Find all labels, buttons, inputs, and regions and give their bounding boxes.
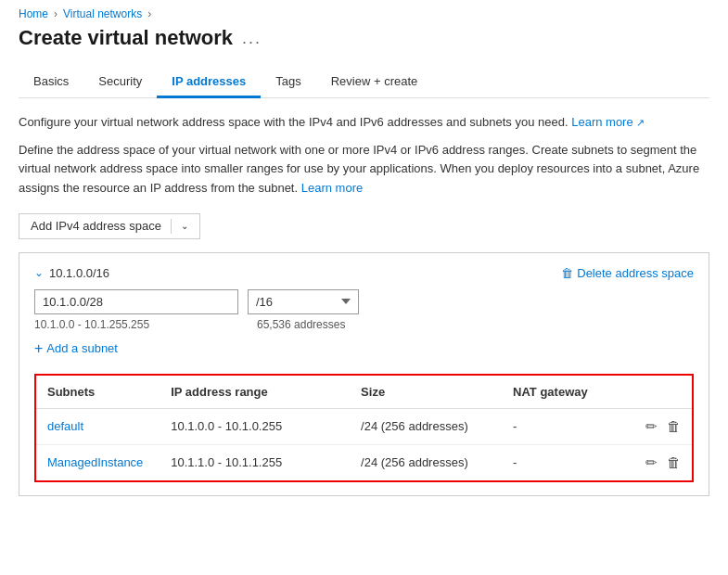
address-space-title: ⌄ 10.1.0.0/16: [34, 266, 109, 280]
address-space-cidr: 10.1.0.0/16: [49, 266, 109, 280]
address-count-text: 65,536 addresses: [257, 318, 345, 331]
table-row: ManagedInstance 10.1.1.0 - 10.1.1.255 /2…: [36, 444, 692, 480]
breadcrumb-sep2: ›: [147, 7, 151, 20]
tab-security[interactable]: Security: [83, 67, 157, 98]
breadcrumb-sep1: ›: [54, 7, 57, 20]
col-header-actions: [616, 376, 692, 409]
learn-more-link-1[interactable]: Learn more: [571, 115, 645, 129]
address-range-text: 10.1.0.0 - 10.1.255.255: [34, 318, 248, 331]
breadcrumb-virtual-networks[interactable]: Virtual networks: [63, 7, 142, 20]
collapse-icon[interactable]: ⌄: [34, 266, 44, 279]
page-title-container: Create virtual network ...: [19, 26, 709, 50]
chevron-down-icon: ⌄: [181, 221, 188, 231]
address-input-row: /16: [34, 289, 694, 314]
delete-icon-1[interactable]: 🗑: [667, 454, 681, 470]
action-icons-1: ✏ 🗑: [627, 454, 681, 471]
subnet-name-cell-0: default: [36, 408, 160, 444]
subnet-size-cell-0: /24 (256 addresses): [350, 408, 502, 444]
description-block: Define the address space of your virtual…: [19, 141, 709, 198]
add-ipv4-label: Add IPv4 address space: [31, 219, 161, 233]
subnet-size-cell-1: /24 (256 addresses): [350, 444, 502, 480]
col-header-nat: NAT gateway: [502, 376, 616, 409]
table-row: default 10.1.0.0 - 10.1.0.255 /24 (256 a…: [36, 408, 692, 444]
subnet-nat-cell-1: -: [502, 444, 616, 480]
tab-review-create[interactable]: Review + create: [316, 67, 433, 98]
col-header-size: Size: [350, 376, 502, 409]
tabs-container: Basics Security IP addresses Tags Review…: [19, 67, 709, 98]
address-space-container: ⌄ 10.1.0.0/16 🗑 Delete address space /16…: [19, 252, 709, 496]
tab-basics[interactable]: Basics: [19, 67, 83, 98]
delete-icon-0[interactable]: 🗑: [667, 418, 681, 434]
page-title-menu[interactable]: ...: [242, 29, 262, 48]
subnet-nat-cell-0: -: [502, 408, 616, 444]
breadcrumb: Home › Virtual networks ›: [19, 7, 709, 20]
subnet-actions-cell-0: ✏ 🗑: [616, 408, 692, 444]
tab-ip-addresses[interactable]: IP addresses: [157, 67, 261, 98]
breadcrumb-home[interactable]: Home: [19, 7, 48, 20]
subnet-name-cell-1: ManagedInstance: [36, 444, 160, 480]
subnet-actions-cell-1: ✏ 🗑: [616, 444, 692, 480]
button-divider: [171, 219, 172, 234]
subnets-table: Subnets IP address range Size NAT gatewa…: [36, 376, 692, 480]
address-space-header: ⌄ 10.1.0.0/16 🗑 Delete address space: [34, 266, 694, 280]
page-title: Create virtual network: [19, 26, 233, 50]
plus-icon: +: [34, 340, 43, 357]
tab-tags[interactable]: Tags: [261, 67, 315, 98]
subnet-ip-range-cell-0: 10.1.0.0 - 10.1.0.255: [160, 408, 350, 444]
table-header-row: Subnets IP address range Size NAT gatewa…: [36, 376, 692, 409]
subnet-link-1[interactable]: ManagedInstance: [47, 455, 143, 469]
edit-icon-1[interactable]: ✏: [645, 454, 658, 471]
add-subnet-link[interactable]: + Add a subnet: [34, 340, 118, 357]
delete-address-space-link[interactable]: 🗑 Delete address space: [561, 266, 694, 280]
action-icons-0: ✏ 🗑: [627, 418, 681, 435]
trash-icon: 🗑: [561, 266, 573, 280]
address-input[interactable]: [34, 289, 238, 314]
col-header-ip-range: IP address range: [160, 376, 350, 409]
description-line1: Configure your virtual network address s…: [19, 113, 709, 132]
learn-more-link-2[interactable]: Learn more: [301, 181, 363, 195]
col-header-subnets: Subnets: [36, 376, 160, 409]
cidr-select[interactable]: /16: [248, 289, 359, 314]
add-ipv4-button[interactable]: Add IPv4 address space ⌄: [19, 213, 200, 239]
subnet-link-0[interactable]: default: [47, 419, 83, 433]
edit-icon-0[interactable]: ✏: [645, 418, 658, 435]
subnet-ip-range-cell-1: 10.1.1.0 - 10.1.1.255: [160, 444, 350, 480]
subnets-table-wrapper: Subnets IP address range Size NAT gatewa…: [34, 374, 694, 482]
range-count-row: 10.1.0.0 - 10.1.255.255 65,536 addresses: [34, 318, 694, 331]
